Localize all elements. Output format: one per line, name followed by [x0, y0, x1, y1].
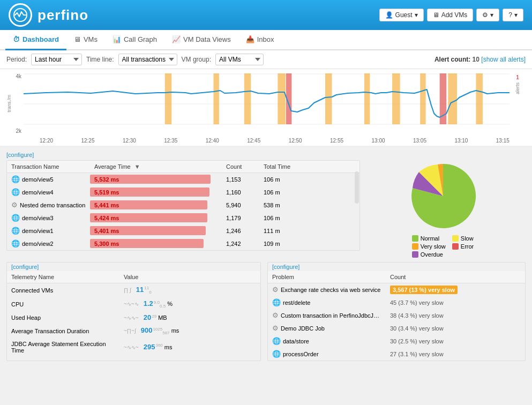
top-header: perfino 👤 Guest ▾ 🖥 Add VMs ⚙ ▾ ? ▾ — [0, 0, 532, 30]
nav-vm-data-views[interactable]: 📈 VM Data Views — [164, 30, 238, 50]
telem-row: JDBC Average Statement Execution Time ~∿… — [7, 338, 260, 356]
alert-value-1: 1 — [516, 74, 519, 80]
inbox-icon: 📥 — [246, 35, 254, 43]
telem-name-cell: Connected VMs — [7, 283, 119, 297]
avg-time-cell: 5,401 ms — [90, 224, 213, 237]
legend-error-label: Error — [461, 243, 474, 250]
svg-rect-9 — [364, 73, 370, 124]
legend-normal: Normal — [412, 235, 446, 242]
telemetry-panel: [configure] Telemetry Name Value Connect… — [6, 262, 261, 361]
problems-table: Problem Count ⚙Exchange rate checks via … — [268, 271, 525, 361]
trans-name-cell: 🌐demo/view2 — [7, 237, 90, 250]
prob-row: 🌐processOrder 27 (3.1 %) very slow — [268, 348, 525, 361]
telem-row: Average Transaction Duration ~∏~∫ 900102… — [7, 324, 260, 338]
th-count: Count — [222, 161, 259, 173]
configure-telemetry-link[interactable]: [configure] — [7, 262, 260, 271]
nav-bar: ⏱ Dashboard 🖥 VMs 📊 Call Graph 📈 VM Data… — [0, 30, 532, 50]
call-graph-icon: 📊 — [113, 35, 121, 43]
telem-value-cell: ∏ ∫ 11110 — [119, 283, 260, 297]
vmgroup-label: VM group: — [182, 56, 211, 63]
pie-legend: Normal Slow Very slow Error Overdue — [412, 235, 474, 258]
configure-problems-link[interactable]: [configure] — [268, 262, 525, 271]
period-select[interactable]: Last hour Last 2 hours Last day — [31, 54, 82, 65]
sparkline: ~∏~∫ — [124, 328, 136, 334]
prob-name-cell: ⚙Custom transaction in PerfinoJdbcJobHan… — [268, 309, 386, 322]
table-row: 🌐demo/view5 5,532 ms 1,153 106 m — [7, 173, 359, 186]
total-cell: 106 m — [259, 186, 359, 199]
avg-time-cell: 5,424 ms — [90, 212, 213, 224]
th-telem-value: Value — [119, 271, 260, 283]
table-row: 🌐demo/view2 5,300 ms 1,242 109 m — [7, 237, 359, 250]
bottom-row: [configure] Telemetry Name Value Connect… — [0, 262, 532, 368]
legend-slow: Slow — [452, 235, 474, 242]
panels-row: [configure] Transaction Name Average Tim… — [0, 146, 532, 262]
telem-name-cell: JDBC Average Statement Execution Time — [7, 338, 119, 356]
x-axis: 12:20 12:25 12:30 12:35 12:40 12:45 12:5… — [24, 137, 509, 144]
timeline-select[interactable]: All transactions — [118, 54, 177, 65]
prob-count-cell: 45 (3.7 %) very slow — [386, 296, 525, 309]
x-label-1235: 12:35 — [164, 138, 177, 144]
svg-rect-10 — [392, 73, 400, 124]
guest-button[interactable]: 👤 Guest ▾ — [379, 9, 424, 21]
toolbar: Period: Last hour Last 2 hours Last day … — [0, 50, 532, 69]
x-label-1310: 13:10 — [454, 138, 468, 144]
chart-icon: 📈 — [172, 35, 181, 43]
svg-rect-7 — [278, 73, 286, 124]
prob-row: ⚙Demo JDBC Job 30 (3.4 %) very slow — [268, 322, 525, 335]
spacer-cell — [213, 212, 222, 224]
x-label-1240: 12:40 — [206, 138, 219, 144]
globe-icon: 🌐 — [11, 214, 20, 222]
legend-very-slow-label: Very slow — [421, 243, 446, 250]
telem-name-cell: Used Heap — [7, 311, 119, 324]
prob-name-cell: 🌐processOrder — [268, 348, 386, 361]
help-button[interactable]: ? ▾ — [503, 9, 523, 21]
total-cell: 106 m — [259, 173, 359, 186]
sparkline: ∏ ∫ — [124, 287, 131, 293]
avg-time-cell: 5,532 ms — [90, 173, 213, 186]
configure-transactions-link[interactable]: [configure] — [6, 151, 360, 160]
trans-name-cell: 🌐demo/view5 — [7, 173, 90, 186]
transaction-table: Transaction Name Average Time ▼ Count To… — [7, 161, 359, 250]
normal-dot — [412, 235, 418, 242]
add-vms-button[interactable]: 🖥 Add VMs — [427, 9, 474, 21]
spacer-cell — [213, 237, 222, 250]
trans-name-cell: 🌐demo/view1 — [7, 224, 90, 237]
count-badge: 27 (3.1 %) very slow — [390, 351, 444, 357]
th-avg-time[interactable]: Average Time ▼ — [90, 161, 213, 173]
x-label-1255: 12:55 — [330, 138, 343, 144]
server-icon: 🖥 — [433, 11, 439, 19]
prob-count-cell: 3,567 (13 %) very slow — [386, 283, 525, 296]
nav-inbox[interactable]: 📥 Inbox — [238, 30, 282, 50]
trans-name-cell: ⚙Nested demo transaction — [7, 199, 90, 212]
globe-icon: 🌐 — [11, 239, 20, 248]
count-cell: 5,940 — [222, 199, 259, 212]
logo-svg — [13, 8, 28, 22]
globe-icon: 🌐 — [11, 175, 20, 183]
prob-name-cell: ⚙Demo JDBC Job — [268, 322, 386, 335]
nav-dashboard[interactable]: ⏱ Dashboard — [5, 30, 66, 50]
alerts-axis-label: alerts — [515, 82, 520, 94]
overdue-dot — [412, 251, 418, 258]
telem-value-cell: ~∏~∫ 9001025587 ms — [119, 324, 260, 338]
alert-count-area: Alert count: 10 [show all alerts] — [434, 56, 526, 63]
y-label-4k: 4k — [16, 73, 21, 79]
legend-overdue-label: Overdue — [421, 251, 443, 258]
show-all-alerts-link[interactable]: [show all alerts] — [481, 56, 526, 63]
header-buttons: 👤 Guest ▾ 🖥 Add VMs ⚙ ▾ ? ▾ — [379, 9, 523, 21]
nav-vms[interactable]: 🖥 VMs — [66, 30, 105, 50]
settings-button[interactable]: ⚙ ▾ — [476, 9, 499, 21]
count-badge: 30 (2.5 %) very slow — [390, 338, 444, 344]
pie-panel: Normal Slow Very slow Error Overdue — [360, 151, 526, 258]
right-axis: 1 alerts — [509, 73, 526, 144]
gear-icon: ⚙ — [272, 324, 279, 332]
vmgroup-select[interactable]: All VMs — [215, 54, 264, 65]
th-total-time: Total Time — [259, 161, 359, 173]
total-cell: 109 m — [259, 237, 359, 250]
x-label-1300: 13:00 — [372, 138, 385, 144]
logo-icon — [9, 3, 32, 27]
prob-row: ⚙Exchange rate checks via web service 3,… — [268, 283, 525, 296]
pie-chart — [408, 161, 478, 231]
x-label-1305: 13:05 — [413, 138, 426, 144]
nav-call-graph[interactable]: 📊 Call Graph — [105, 30, 164, 50]
scrollbar[interactable] — [355, 171, 359, 204]
